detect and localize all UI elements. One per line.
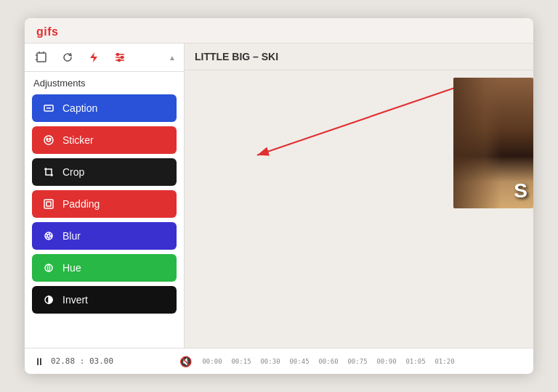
right-panel: LITTLE BIG – SKI S — [185, 44, 533, 348]
menu-list: Caption Sticker — [25, 91, 184, 348]
svg-point-9 — [117, 54, 119, 56]
svg-point-16 — [49, 139, 51, 140]
sticker-label: Sticker — [62, 134, 94, 146]
play-pause-icon: ⏸ — [34, 356, 44, 367]
svg-rect-17 — [44, 200, 53, 208]
mark-6: 00:90 — [372, 358, 401, 365]
mark-8: 01:20 — [430, 358, 459, 365]
menu-item-caption[interactable]: Caption — [32, 94, 177, 122]
sticker-icon — [42, 134, 55, 147]
menu-item-padding[interactable]: Padding — [32, 190, 177, 218]
mark-4: 00:60 — [314, 358, 343, 365]
left-panel: ▲ Adjustments Caption — [25, 44, 185, 348]
caption-icon — [42, 102, 55, 115]
crop-frame-icon[interactable] — [33, 49, 49, 65]
flash-icon[interactable] — [86, 49, 102, 65]
app-title: gifs — [36, 25, 58, 38]
menu-item-crop[interactable]: Crop — [32, 158, 177, 186]
menu-item-blur[interactable]: Blur — [32, 222, 177, 250]
crop-icon — [42, 166, 55, 179]
invert-icon — [42, 293, 55, 306]
svg-point-10 — [121, 57, 124, 59]
time-current: 02.88 — [51, 356, 75, 366]
svg-point-11 — [118, 60, 121, 62]
mark-0: 00:00 — [198, 358, 227, 365]
svg-point-15 — [46, 139, 48, 140]
main-content: ▲ Adjustments Caption — [25, 44, 533, 348]
refresh-icon[interactable] — [60, 49, 76, 65]
mark-5: 00:75 — [343, 358, 372, 365]
svg-point-20 — [47, 234, 50, 237]
svg-line-25 — [257, 86, 461, 155]
timeline-marks: 00:00 00:15 00:30 00:45 00:60 00:75 00:9… — [198, 358, 459, 365]
timeline-controls: ⏸ 02.88 : 03.00 🔇 — [32, 354, 192, 369]
padding-icon — [42, 197, 55, 211]
title-bar: gifs — [25, 18, 533, 44]
time-total: 03.00 — [89, 356, 113, 366]
mark-7: 01:05 — [401, 358, 430, 365]
mark-2: 00:30 — [256, 358, 285, 365]
toolbar: ▲ — [25, 44, 184, 72]
app-window: gifs — [25, 18, 533, 374]
menu-item-sticker[interactable]: Sticker — [32, 126, 177, 154]
speaker-icon[interactable]: 🔇 — [179, 356, 192, 367]
invert-label: Invert — [62, 294, 88, 306]
svg-marker-5 — [90, 52, 97, 62]
padding-label: Padding — [62, 198, 100, 210]
video-area: S — [185, 70, 533, 348]
time-separator: : — [80, 356, 89, 366]
time-display: 02.88 : 03.00 — [51, 356, 113, 366]
video-thumb-inner: S — [453, 78, 533, 208]
caption-label: Caption — [62, 102, 97, 114]
mark-1: 00:15 — [227, 358, 256, 365]
svg-rect-0 — [37, 53, 46, 62]
hue-icon — [42, 261, 55, 274]
timeline-bar: ⏸ 02.88 : 03.00 🔇 00:00 00:15 00:30 00:4… — [25, 348, 533, 374]
svg-point-14 — [44, 136, 53, 144]
video-letter: S — [514, 179, 527, 203]
crop-label: Crop — [62, 166, 84, 178]
mark-3: 00:45 — [285, 358, 314, 365]
svg-rect-18 — [46, 202, 51, 206]
video-title: LITTLE BIG – SKI — [185, 44, 533, 70]
adjustments-label: Adjustments — [25, 72, 184, 91]
play-pause-button[interactable]: ⏸ — [32, 354, 46, 369]
timeline-ruler: 00:00 00:15 00:30 00:45 00:60 00:75 00:9… — [198, 358, 526, 365]
adjustments-icon[interactable] — [112, 49, 128, 65]
blur-icon — [42, 229, 55, 242]
blur-label: Blur — [62, 230, 81, 242]
hue-label: Hue — [62, 262, 81, 274]
video-thumbnail: S — [453, 78, 533, 208]
menu-item-hue[interactable]: Hue — [32, 254, 177, 282]
scroll-indicator: ▲ — [169, 49, 175, 65]
menu-item-invert[interactable]: Invert — [32, 286, 177, 314]
